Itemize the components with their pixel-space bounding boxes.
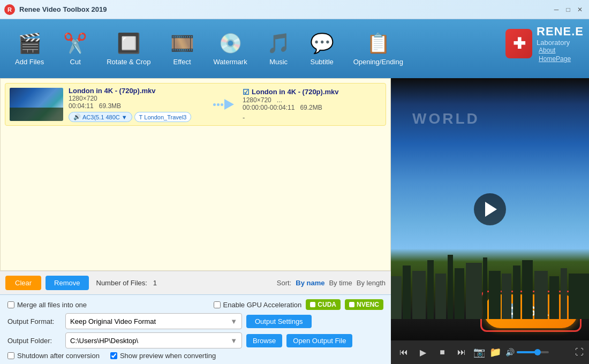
fullscreen-icon[interactable]: ⛶ [575, 347, 584, 357]
output-file-meta: 00:00:00-00:04:11 69.2MB [243, 104, 381, 111]
remove-button[interactable]: Remove [46, 276, 88, 290]
file-thumbnail [10, 88, 63, 121]
app-logo: R [4, 4, 15, 15]
about-link[interactable]: About [539, 47, 584, 54]
toolbar-cut[interactable]: ✂️ Cut [54, 19, 97, 78]
output-folder-label: Output Folder: [7, 337, 61, 345]
svg-rect-1 [403, 266, 411, 319]
preview-checkbox[interactable] [110, 352, 117, 359]
output-folder-arrow: ▼ [230, 337, 237, 345]
watermark-icon: 💿 [218, 32, 243, 55]
effect-icon: 🎞️ [170, 32, 194, 55]
output-format-label: Output Format: [7, 317, 61, 325]
output-format-row: Output Format: Keep Original Video Forma… [7, 313, 383, 329]
svg-rect-10 [502, 274, 511, 319]
merge-checkbox[interactable] [7, 301, 14, 308]
shutdown-checkbox-label[interactable]: Shutdown after conversion [7, 352, 100, 360]
sort-by-name[interactable]: By name [296, 279, 324, 287]
svg-rect-11 [513, 266, 520, 319]
screenshot-icon[interactable]: 📷 [473, 346, 485, 358]
svg-rect-14 [549, 276, 559, 319]
settings-row-last: Shutdown after conversion Show preview w… [7, 352, 383, 360]
browse-button[interactable]: Browse [246, 334, 282, 347]
svg-rect-4 [435, 274, 446, 319]
maximize-button[interactable]: □ [563, 5, 573, 14]
subtitle-badge[interactable]: T London_Travel3 [134, 112, 192, 122]
open-output-button[interactable]: Open Output File [286, 334, 352, 347]
play-triangle-icon [485, 202, 497, 217]
settings-section: Merge all files into one Enable GPU Acce… [0, 294, 391, 364]
toolbar-opening-ending-label: Opening/Ending [353, 58, 403, 66]
right-panel: WORLD ⏮ ▶ ■ ⏭ 📷 📁 🔊 ⛶ � [391, 78, 589, 364]
gpu-checkbox[interactable] [214, 301, 221, 308]
play-button-overlay[interactable] [474, 193, 506, 225]
toolbar-rotate-crop[interactable]: 🔲 Rotate & Crop [97, 19, 160, 78]
output-format-select[interactable]: Keep Original Video Format ▼ [65, 313, 242, 329]
rotate-crop-icon: 🔲 [117, 32, 141, 55]
volume-track[interactable] [517, 351, 549, 353]
cuda-badge[interactable]: CUDA [306, 299, 341, 310]
svg-rect-9 [489, 271, 501, 319]
add-files-icon: 🎬 [18, 32, 42, 55]
output-settings-button[interactable]: Output Settings [246, 315, 312, 328]
close-button[interactable]: ✕ [575, 5, 585, 14]
video-controls: ⏮ ▶ ■ ⏭ 📷 📁 🔊 ⛶ [391, 340, 589, 364]
svg-rect-5 [448, 255, 453, 319]
input-file-dims: 1280×720 [69, 95, 207, 102]
svg-rect-0 [391, 276, 402, 319]
toolbar-music-label: Music [269, 58, 288, 66]
opening-ending-icon: 📋 [366, 32, 390, 55]
preview-checkbox-label[interactable]: Show preview when converting [110, 352, 216, 360]
sort-by-time[interactable]: By time [329, 279, 352, 287]
toolbar-watermark[interactable]: 💿 Watermark [204, 19, 257, 78]
audio-badge[interactable]: 🔊 AC3(5.1 480C ▼ [69, 112, 132, 122]
skip-back-button[interactable]: ⏮ [396, 345, 411, 360]
toolbar-subtitle-label: Subtitle [310, 58, 333, 66]
video-preview: WORLD [391, 78, 589, 340]
app-title: Renee Video Toolbox 2019 [19, 5, 107, 13]
volume-knob [534, 349, 541, 355]
stop-button[interactable]: ■ [435, 345, 450, 360]
brand-name: RENE.E [537, 25, 584, 39]
clear-button[interactable]: Clear [5, 276, 41, 290]
output-file-dims: 1280×720 ... [243, 96, 381, 104]
gpu-checkbox-label[interactable]: Enable GPU Acceleration [214, 301, 302, 309]
table-row: London in 4K - (720p).mkv 1280×720 00:04… [5, 83, 386, 126]
skip-forward-button[interactable]: ⏭ [454, 345, 469, 360]
file-badges: 🔊 AC3(5.1 480C ▼ T London_Travel3 [69, 112, 207, 122]
toolbar-add-files[interactable]: 🎬 Add Files [5, 19, 54, 78]
video-world-text: WORLD [412, 110, 480, 127]
nvenc-badge[interactable]: NVENC [345, 299, 383, 310]
shutdown-checkbox[interactable] [7, 352, 14, 359]
arrow-area [207, 99, 239, 110]
svg-rect-16 [569, 274, 589, 319]
file-list-area: London in 4K - (720p).mkv 1280×720 00:04… [0, 78, 391, 271]
svg-rect-7 [466, 263, 482, 319]
toolbar-effect-label: Effect [173, 58, 191, 66]
input-file-meta: 00:04:11 69.3MB [69, 102, 207, 110]
brand-logo: ✚ [505, 29, 532, 58]
folder-icon[interactable]: 📁 [489, 346, 501, 358]
bottom-controls: Clear Remove Number of Files: 1 Sort: By… [0, 271, 391, 294]
controls-row: Clear Remove Number of Files: 1 Sort: By… [5, 276, 386, 290]
toolbar-watermark-label: Watermark [214, 58, 247, 66]
output-folder-input[interactable]: C:\Users\HP\Desktop\ ▼ [65, 332, 242, 348]
sort-area: Sort: By name By time By length [277, 279, 386, 287]
toolbar-rotate-crop-label: Rotate & Crop [107, 58, 150, 66]
toolbar-music[interactable]: 🎵 Music [257, 19, 300, 78]
minimize-button[interactable]: ─ [552, 5, 561, 14]
brand-links: About HomePage [539, 47, 584, 63]
toolbar-effect[interactable]: 🎞️ Effect [161, 19, 204, 78]
toolbar-subtitle[interactable]: 💬 Subtitle [300, 19, 344, 78]
file-output-info: ☑ London in 4K - (720p).mkv 1280×720 ...… [243, 88, 381, 122]
settings-row-1: Merge all files into one Enable GPU Acce… [7, 299, 383, 310]
output-folder-row: Output Folder: C:\Users\HP\Desktop\ ▼ Br… [7, 332, 383, 348]
play-pause-button[interactable]: ▶ [416, 345, 431, 360]
svg-rect-3 [427, 260, 434, 319]
sort-by-length[interactable]: By length [357, 279, 386, 287]
title-bar: R Renee Video Toolbox 2019 ─ □ ✕ [0, 0, 589, 19]
homepage-link[interactable]: HomePage [539, 55, 584, 63]
cut-icon: ✂️ [63, 32, 87, 55]
merge-checkbox-label[interactable]: Merge all files into one [7, 301, 87, 309]
toolbar-opening-ending[interactable]: 📋 Opening/Ending [344, 19, 413, 78]
